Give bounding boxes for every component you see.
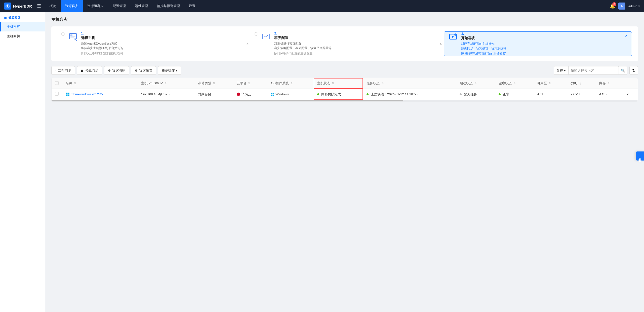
sort-memory-icon: ⇅ (608, 82, 610, 85)
search-select[interactable]: 名称 ▾ (554, 66, 569, 75)
topnav-right: 🔔 8 A admin ▾ (610, 3, 640, 10)
search-select-dropdown-icon: ▾ (564, 69, 566, 72)
online-service-button[interactable]: 在线客服 (636, 151, 644, 161)
svg-rect-17 (271, 94, 272, 96)
step-1-radio (61, 32, 65, 36)
svg-rect-13 (66, 94, 68, 96)
step-2[interactable]: 2. 容灾配置 对主机进行容灾配置：容灾策略配置、存储配置、恢复平台配置等 [列… (251, 31, 438, 56)
row-ip-cell: 192.168.10.4(ESXi) (138, 89, 195, 100)
svg-rect-16 (273, 93, 274, 94)
row-name[interactable]: mhm-windows2012r2-... (71, 92, 106, 96)
svg-point-1 (7, 5, 8, 7)
header-checkbox[interactable] (55, 81, 59, 85)
sync-now-button[interactable]: ↑ 立即同步 (51, 66, 75, 75)
col-name[interactable]: 名称 ⇅ (62, 78, 138, 89)
topnav-menu: 概览 资源容灾 资源组容灾 配置管理 运维管理 监控与报警管理 设置 (45, 0, 610, 12)
toolbar: ↑ 立即同步 ⏹ 停止同步 ⚙ 容灾演练 ⚙ 容灾接管 更多操作 ▾ (51, 66, 638, 75)
step-2-radio (255, 32, 258, 36)
col-storage[interactable]: 存储类型 ⇅ (194, 78, 233, 89)
svg-rect-4 (70, 36, 75, 37)
sort-ip-icon: ⇅ (165, 82, 167, 85)
sidebar-section-title: ▣ 资源容灾 (0, 12, 45, 22)
host-status-dot (317, 93, 319, 95)
step-1[interactable]: 1. 选择主机 通过Agent或Agentless方式将待容灾主机添加到平台并勾… (57, 31, 245, 56)
row-checkbox[interactable] (55, 92, 59, 96)
step-3-check: ✓ (624, 34, 628, 38)
logo-icon (4, 3, 11, 10)
step-2-icon (261, 31, 271, 42)
svg-rect-15 (271, 93, 272, 94)
search-input[interactable] (569, 66, 619, 75)
row-cloud-cell: ⬟ 华为云 (233, 89, 267, 100)
notification-bell[interactable]: 🔔 8 (610, 3, 615, 9)
col-ip[interactable]: 主机IP/ESXi IP ⇅ (138, 78, 195, 89)
nav-item-overview[interactable]: 概览 (45, 0, 61, 12)
takeover-button[interactable]: ⚙ 容灾接管 (131, 66, 156, 75)
col-memory[interactable]: 内存 ⇅ (596, 78, 624, 89)
table-scrollbar[interactable] (52, 100, 638, 101)
nav-item-ops[interactable]: 运维管理 (130, 0, 152, 12)
search-button[interactable]: 🔍 (619, 66, 627, 75)
row-host-status-cell: 同步快照完成 (314, 89, 363, 100)
step-3-icon (448, 32, 458, 42)
hosts-table: 名称 ⇅ 主机IP/ESXi IP ⇅ 存储类型 ⇅ 云平台 ⇅ OS操作系统 … (51, 78, 638, 102)
drill-button[interactable]: ⚙ 容灾演练 (104, 66, 129, 75)
col-task-status[interactable]: 任务状态 ⇅ (363, 78, 456, 89)
step-3-content: 3. 开始容灾 对已完成配置的主机操作:数据同步、容灾接管、容灾演练等 [列表-… (461, 32, 628, 56)
stop-sync-button[interactable]: ⏹ 停止同步 (77, 66, 102, 75)
table-scrollbar-thumb[interactable] (52, 100, 403, 101)
row-health-cell: 正常 (495, 89, 534, 100)
app-logo[interactable]: HyperBDR (4, 3, 32, 10)
svg-rect-11 (66, 93, 68, 94)
row-memory-cell: 4 GB (596, 89, 624, 100)
nav-item-monitor[interactable]: 监控与报警管理 (152, 0, 184, 12)
nav-item-disaster-recovery[interactable]: 资源容灾 (61, 0, 83, 12)
svg-rect-8 (264, 38, 269, 38)
main-layout: ▣ 资源容灾 主机容灾 主机回切 主机容灾 (0, 12, 644, 312)
sort-cloud-icon: ⇅ (248, 82, 250, 85)
search-area: 名称 ▾ 🔍 ↻ (554, 66, 638, 75)
col-health[interactable]: 健康状态 ⇅ (495, 78, 534, 89)
notification-badge: 8 (612, 2, 616, 6)
row-cpu-cell: 2 CPU (567, 89, 596, 100)
step-1-content: 1. 选择主机 通过Agent或Agentless方式将待容灾主机添加到平台并勾… (81, 31, 241, 56)
row-checkbox-cell[interactable] (52, 89, 62, 100)
sidebar-item-host-dr[interactable]: 主机容灾 (0, 22, 45, 31)
windows-icon-small (271, 93, 274, 96)
col-cloud[interactable]: 云平台 ⇅ (233, 78, 267, 89)
more-dropdown-icon: ▾ (176, 69, 178, 72)
nav-item-group-dr[interactable]: 资源组容灾 (83, 0, 108, 12)
menu-toggle-icon[interactable]: ☰ (37, 3, 41, 9)
col-boot-status[interactable]: 启动状态 ⇅ (456, 78, 495, 89)
col-host-status[interactable]: 主机状态 ⇅ (314, 78, 363, 89)
table-header-row: 名称 ⇅ 主机IP/ESXi IP ⇅ 存储类型 ⇅ 云平台 ⇅ OS操作系统 … (52, 78, 638, 89)
sidebar-section-icon: ▣ (4, 16, 7, 20)
app-name: HyperBDR (13, 4, 32, 8)
col-extra (624, 78, 638, 89)
col-cpu[interactable]: CPU ⇅ (567, 78, 596, 89)
row-extra-cell: c (624, 89, 638, 100)
col-checkbox (52, 78, 62, 89)
sort-os-icon: ⇅ (291, 82, 293, 85)
sidebar: ▣ 资源容灾 主机容灾 主机回切 (0, 12, 45, 312)
nav-item-config[interactable]: 配置管理 (108, 0, 130, 12)
sort-zone-icon: ⇅ (549, 82, 551, 85)
svg-rect-18 (273, 94, 274, 96)
username-menu[interactable]: admin ▾ (628, 4, 640, 8)
sidebar-item-host-failback[interactable]: 主机回切 (0, 31, 45, 41)
more-actions-button[interactable]: 更多操作 ▾ (158, 66, 181, 75)
row-storage-cell: 对象存储 (194, 89, 233, 100)
col-zone[interactable]: 可用区 ⇅ (534, 78, 567, 89)
step-3[interactable]: ✓ 3. 开始容灾 对已完成配置的主机操作:数据同步、容灾接管、容灾演练等 [列… (444, 31, 632, 56)
topnav: HyperBDR ☰ 概览 资源容灾 资源组容灾 配置管理 运维管理 监控与报警… (0, 0, 644, 12)
search-icon: 🔍 (621, 69, 625, 72)
refresh-button[interactable]: ↻ (629, 66, 638, 75)
sort-cpu-icon: ⇅ (579, 82, 581, 85)
drill-icon: ⚙ (108, 69, 111, 72)
sort-storage-icon: ⇅ (213, 82, 215, 85)
table-row: mhm-windows2012r2-... 192.168.10.4(ESXi)… (52, 89, 638, 100)
col-os[interactable]: OS操作系统 ⇅ (267, 78, 314, 89)
refresh-icon: ↻ (632, 68, 635, 73)
sync-icon: ↑ (55, 69, 57, 72)
nav-item-settings[interactable]: 设置 (184, 0, 200, 12)
